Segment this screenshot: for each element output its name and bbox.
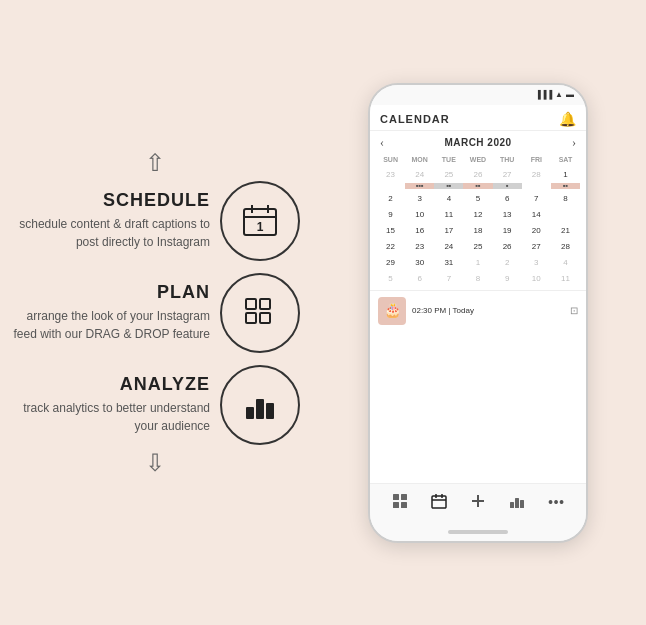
nav-calendar-icon[interactable] [431,493,447,513]
day-24[interactable]: 24 [405,167,434,182]
day-12[interactable]: 12 [463,207,492,222]
prev-month-button[interactable]: ‹ [380,135,384,150]
day-23-mar[interactable]: 23 [405,239,434,254]
day-4[interactable]: 4 [434,191,463,206]
phone-section: ▐▐▐ ▲ ▬ CALENDAR 🔔 ‹ MARCH 2020 › [310,0,646,625]
event-thumbnail: 🎂 [378,297,406,325]
day-24-mar[interactable]: 24 [434,239,463,254]
plan-icon-circle [220,273,300,353]
chevron-up-icon[interactable]: ⇧ [145,151,165,175]
day-apr-7[interactable]: 7 [434,271,463,286]
analyze-title: ANALYZE [10,374,210,395]
day-apr-8[interactable]: 8 [463,271,492,286]
event-info: 02:30 PM | Today [412,306,564,315]
next-month-button[interactable]: › [572,135,576,150]
day-3[interactable]: 3 [405,191,434,206]
header-sat: SAT [551,154,580,165]
plan-description: arrange the look of your Instagram feed … [10,307,210,343]
calendar-weeks: 23 24 25 26 27 28 1 ■■■ ■■ [376,167,580,286]
day-23[interactable]: 23 [376,167,405,182]
feature-analyze: ANALYZE track analytics to better unders… [10,365,300,445]
day-28[interactable]: 28 [522,167,551,182]
svg-rect-11 [266,403,274,419]
svg-rect-14 [393,502,399,508]
day-apr-3[interactable]: 3 [522,255,551,270]
day-11[interactable]: 11 [434,207,463,222]
day-14[interactable]: 14 [522,207,551,222]
day-26[interactable]: 26 [463,167,492,182]
analyze-description: track analytics to better understand you… [10,399,210,435]
bar-cell: ■■ [463,183,492,189]
svg-rect-7 [246,313,256,323]
day-apr-9[interactable]: 9 [493,271,522,286]
week-bars-1: ■■■ ■■ ■■ ■ ■■ [376,183,580,189]
month-navigation: ‹ MARCH 2020 › [370,131,586,154]
day-15[interactable]: 15 [376,223,405,238]
schedule-text-block: SCHEDULE schedule content & draft captio… [10,190,210,251]
svg-rect-5 [246,299,256,309]
day-10[interactable]: 10 [405,207,434,222]
analyze-icon-circle [220,365,300,445]
day-headers-row: SUN MON TUE WED THU FRI SAT [376,154,580,165]
table-row: 2 3 4 5 6 7 8 [376,191,580,206]
header-fri: FRI [522,154,551,165]
day-21[interactable]: 21 [551,223,580,238]
bar-cell: ■ [493,183,522,189]
bar-cell: ■■ [434,183,463,189]
day-27-mar[interactable]: 27 [522,239,551,254]
month-label: MARCH 2020 [444,137,511,148]
plan-text-block: PLAN arrange the look of your Instagram … [10,282,210,343]
event-item[interactable]: 🎂 02:30 PM | Today ⊡ [370,290,586,331]
day-17[interactable]: 17 [434,223,463,238]
header-mon: MON [405,154,434,165]
day-2[interactable]: 2 [376,191,405,206]
day-1[interactable]: 1 [551,167,580,182]
day-27[interactable]: 27 [493,167,522,182]
bar-cell [376,183,405,189]
day-19[interactable]: 19 [493,223,522,238]
header-tue: TUE [434,154,463,165]
svg-rect-23 [515,498,519,508]
feature-plan: PLAN arrange the look of your Instagram … [10,273,300,353]
table-row: 29 30 31 1 2 3 4 [376,255,580,270]
notification-icon[interactable]: 🔔 [559,111,576,128]
nav-more-icon[interactable]: ••• [548,494,565,512]
day-9[interactable]: 9 [376,207,405,222]
chevron-down-icon[interactable]: ⇩ [145,451,165,475]
day-18[interactable]: 18 [463,223,492,238]
day-apr-6[interactable]: 6 [405,271,434,286]
day-apr-1[interactable]: 1 [463,255,492,270]
day-22[interactable]: 22 [376,239,405,254]
day-20[interactable]: 20 [522,223,551,238]
table-row: 22 23 24 25 26 27 28 [376,239,580,254]
nav-grid-icon[interactable] [392,493,408,513]
day-7[interactable]: 7 [522,191,551,206]
day-apr-10[interactable]: 10 [522,271,551,286]
nav-chart-icon[interactable] [509,493,525,513]
day-28-mar[interactable]: 28 [551,239,580,254]
day-apr-4[interactable]: 4 [551,255,580,270]
day-6[interactable]: 6 [493,191,522,206]
day-8[interactable]: 8 [551,191,580,206]
main-container: ⇧ SCHEDULE schedule content & draft capt… [0,0,646,625]
day-31[interactable]: 31 [434,255,463,270]
svg-rect-22 [510,502,514,508]
schedule-title: SCHEDULE [10,190,210,211]
event-time: 02:30 PM | Today [412,306,564,315]
day-13[interactable]: 13 [493,207,522,222]
day-apr-5[interactable]: 5 [376,271,405,286]
bar-cell: ■■■ [405,183,434,189]
day-26-mar[interactable]: 26 [493,239,522,254]
day-16[interactable]: 16 [405,223,434,238]
nav-plus-icon[interactable] [470,493,486,513]
day-25-mar[interactable]: 25 [463,239,492,254]
event-action-icon[interactable]: ⊡ [570,305,578,316]
day-apr-2[interactable]: 2 [493,255,522,270]
day-apr-11[interactable]: 11 [551,271,580,286]
calendar-icon: 1 [240,201,280,241]
day-30[interactable]: 30 [405,255,434,270]
day-5[interactable]: 5 [463,191,492,206]
wifi-icon: ▲ [555,90,563,99]
day-29[interactable]: 29 [376,255,405,270]
day-25[interactable]: 25 [434,167,463,182]
